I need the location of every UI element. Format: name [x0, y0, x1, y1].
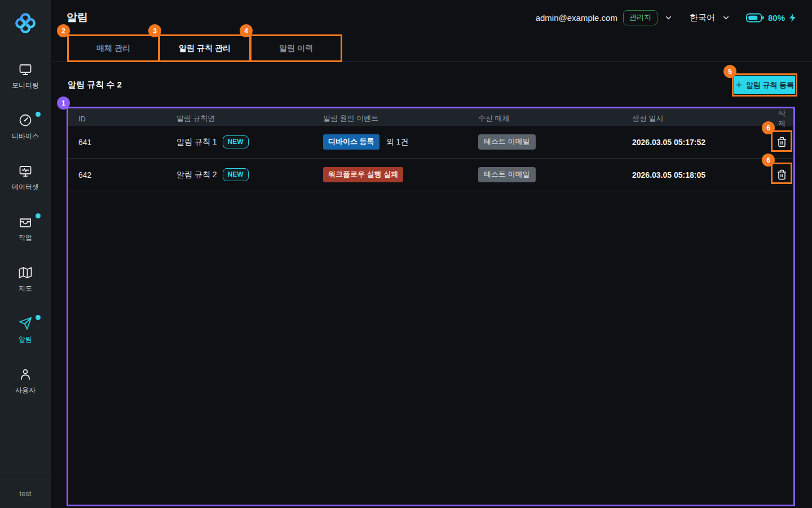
sidebar-item-datasets[interactable]: 데이터셋	[0, 152, 51, 203]
sidebar: 모니터링 디바이스 데이터셋 작업 지도	[0, 0, 51, 508]
header-divider	[51, 62, 812, 62]
media-badge: 테스트 이메일	[478, 167, 536, 182]
register-rule-button[interactable]: 알림 규칙 등록	[734, 76, 795, 94]
notification-dot	[36, 112, 41, 117]
column-header-delete: 삭제	[773, 108, 785, 129]
sidebar-item-label: 지도	[19, 284, 32, 294]
event-extra-count: 외 1건	[386, 137, 409, 147]
column-header-event: 알림 원인 이벤트	[323, 113, 478, 124]
battery-percent: 80%	[768, 13, 785, 23]
tab-alert-history[interactable]: 알림 이력	[250, 35, 342, 62]
event-badge: 디바이스 등록	[323, 134, 379, 150]
user-menu-dropdown[interactable]	[664, 14, 673, 22]
sidebar-item-map[interactable]: 지도	[0, 254, 51, 305]
table-header-row: ID 알림 규칙명 알림 원인 이벤트 수신 매체 생성 일시 삭제	[68, 108, 793, 126]
cell-id: 642	[78, 170, 176, 179]
map-icon	[18, 265, 33, 280]
sidebar-nav: 모니터링 디바이스 데이터셋 작업 지도	[0, 46, 51, 406]
sidebar-item-label: 데이터셋	[12, 182, 39, 192]
role-badge: 관리자	[623, 10, 657, 25]
new-badge: NEW	[223, 168, 249, 181]
inbox-icon	[18, 214, 33, 229]
tab-bar: 매체 관리 알림 규칙 관리 알림 이력	[68, 35, 342, 62]
sidebar-item-devices[interactable]: 디바이스	[0, 102, 51, 152]
gauge-icon	[18, 113, 33, 128]
sidebar-item-label: 알림	[19, 335, 32, 344]
tab-media-management[interactable]: 매체 관리	[68, 35, 159, 62]
battery-icon	[746, 13, 764, 23]
register-rule-button-label: 알림 규칙 등록	[746, 80, 794, 90]
sidebar-item-notifications[interactable]: 알림	[0, 305, 51, 356]
cell-rule-name: 알림 규칙 2	[176, 170, 217, 180]
charging-bolt-icon	[789, 14, 796, 22]
page-header: 알림 admin@example.com 관리자 한국어 80%	[51, 0, 812, 35]
cell-id: 641	[78, 138, 176, 147]
send-icon	[18, 316, 33, 331]
cell-rule-name: 알림 규칙 1	[176, 137, 217, 147]
sidebar-item-monitoring[interactable]: 모니터링	[0, 51, 51, 102]
delete-rule-button[interactable]	[773, 167, 790, 183]
dataset-monitor-icon	[18, 164, 33, 178]
monitor-icon	[18, 62, 33, 77]
table-row: 642 알림 규칙 2 NEW 워크플로우 실행 실패 테스트 이메일 2026…	[68, 159, 793, 191]
sidebar-item-jobs[interactable]: 작업	[0, 203, 51, 254]
column-header-created: 생성 일시	[632, 113, 773, 124]
alert-rules-table: ID 알림 규칙명 알림 원인 이벤트 수신 매체 생성 일시 삭제 641 알…	[67, 107, 795, 506]
battery-indicator: 80%	[746, 13, 796, 23]
sidebar-item-users[interactable]: 사용자	[0, 356, 51, 406]
chevron-down-icon	[722, 14, 730, 22]
delete-rule-button[interactable]	[773, 134, 790, 151]
user-email: admin@example.com	[536, 13, 617, 23]
media-badge: 테스트 이메일	[478, 134, 536, 150]
language-dropdown[interactable]	[722, 14, 730, 22]
sidebar-item-label: 디바이스	[12, 132, 39, 141]
notification-dot	[36, 315, 41, 320]
column-header-rule-name: 알림 규칙명	[176, 113, 323, 124]
column-header-id: ID	[78, 115, 176, 123]
plus-icon	[735, 81, 743, 89]
new-badge: NEW	[223, 135, 249, 148]
chevron-down-icon	[664, 14, 673, 22]
language-selector[interactable]: 한국어	[690, 12, 715, 23]
cell-created-at: 2026.03.05 05:18:05	[632, 170, 773, 179]
sidebar-item-label: 사용자	[15, 386, 36, 395]
sidebar-footer-label: test	[0, 479, 51, 508]
sidebar-item-label: 모니터링	[12, 81, 39, 90]
column-header-media: 수신 매체	[478, 113, 632, 124]
rule-count-label: 알림 규칙 수 2	[68, 80, 122, 90]
tab-alert-rules[interactable]: 알림 규칙 관리	[159, 35, 250, 62]
trash-icon	[776, 169, 787, 180]
user-icon	[18, 367, 33, 382]
table-row: 641 알림 규칙 1 NEW 디바이스 등록 외 1건 테스트 이메일 202…	[68, 126, 793, 159]
trash-icon	[776, 137, 787, 147]
knot-logo-icon	[14, 11, 37, 35]
cell-created-at: 2026.03.05 05:17:52	[632, 138, 773, 147]
notification-dot	[36, 213, 41, 218]
sidebar-item-label: 작업	[19, 233, 32, 243]
app-logo[interactable]	[0, 0, 51, 46]
event-badge: 워크플로우 실행 실패	[323, 167, 403, 182]
page-title: 알림	[67, 10, 88, 25]
